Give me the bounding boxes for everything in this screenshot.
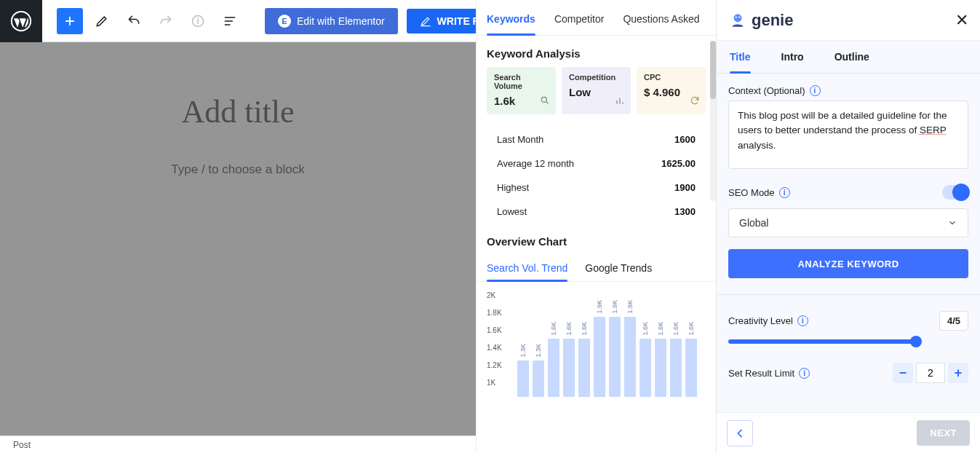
chart-container: 2K1.8K1.6K1.4K1.2K1K1.3K1.3K1.6K1.6K1.6K… [477,282,716,397]
stat-row: Average 12 month1625.00 [497,151,696,176]
context-label-row: Context (Optional) i [728,85,968,96]
info-icon[interactable]: i [810,85,821,96]
close-icon[interactable]: ✕ [955,11,968,30]
decrement-button[interactable]: − [893,363,913,383]
refresh-icon [690,95,700,109]
tab-competitor[interactable]: Competitor [554,13,604,35]
tab-search-vol-trend[interactable]: Search Vol. Trend [487,262,567,281]
metric-competition: Competition Low [562,67,631,114]
stat-row: Highest1900 [497,176,696,200]
status-breadcrumb: Post [13,440,31,450]
scrollbar[interactable] [710,41,716,201]
region-value: Global [739,217,768,229]
analyze-keyword-button[interactable]: ANALYZE KEYWORD [728,249,968,278]
context-textarea[interactable]: This blog post will be a detailed guidel… [728,101,968,169]
keyword-panel: Keywords Competitor Questions Asked Keyw… [476,0,716,453]
context-label: Context (Optional) [728,85,805,96]
overview-tabs: Search Vol. Trend Google Trends [477,255,716,282]
limit-label: Set Result Limit [728,368,794,379]
seo-mode-label: SEO Mode [728,187,775,198]
editor-canvas-overlay: Add title Type / to choose a block [0,42,476,453]
metric-cp-label: Competition [569,73,624,82]
next-button[interactable]: NEXT [917,420,970,446]
status-bar: Post [0,436,476,453]
info-icon[interactable]: i [799,368,810,379]
creativity-label: Creativity Level [728,315,793,326]
svg-point-5 [738,16,740,17]
tab-outline[interactable]: Outline [834,51,869,73]
genie-tabs: Title Intro Outline [717,41,980,74]
result-limit-stepper: − 2 + [893,363,968,383]
genie-panel: genie ✕ Title Intro Outline Context (Opt… [716,0,980,453]
svg-point-2 [541,97,546,102]
stat-row: Last Month1600 [497,127,696,151]
chevron-left-icon [734,428,746,439]
svg-point-3 [734,14,742,22]
bar-chart-icon [615,95,625,109]
redo-icon[interactable] [153,8,179,34]
title-input-placeholder[interactable]: Add title [181,93,294,130]
genie-footer: NEXT [717,412,980,453]
seo-mode-toggle[interactable] [942,185,968,200]
block-slash-hint[interactable]: Type / to choose a block [171,162,304,177]
metric-sv-label: Search Volume [494,73,549,90]
tab-questions[interactable]: Questions Asked [623,13,699,35]
svg-point-4 [736,16,737,17]
divider [717,294,980,295]
info-icon[interactable]: i [797,315,808,326]
keyword-analysis-heading: Keyword Analysis [477,36,716,67]
genie-body: Context (Optional) i This blog post will… [717,74,980,395]
tab-intro[interactable]: Intro [781,51,804,73]
stat-list: Last Month1600 Average 12 month1625.00 H… [477,114,716,224]
search-icon [540,95,550,109]
overview-chart-heading: Overview Chart [477,224,716,255]
edit-with-elementor-button[interactable]: E Edit with Elementor [265,8,398,34]
creativity-slider[interactable] [728,339,917,344]
limit-value[interactable]: 2 [916,363,945,383]
tools-pencil-icon[interactable] [89,8,115,34]
chevron-down-icon [947,218,957,228]
elementor-label: Edit with Elementor [297,15,385,27]
wordpress-logo[interactable] [0,0,42,42]
list-view-icon[interactable] [217,8,243,34]
tab-keywords[interactable]: Keywords [487,13,535,35]
result-limit-row: Set Result Limit i − 2 + [728,363,968,383]
region-select[interactable]: Global [728,208,968,237]
genie-header: genie ✕ [717,0,980,41]
tab-google-trends[interactable]: Google Trends [585,262,652,281]
genie-icon [728,11,747,30]
metrics-row: Search Volume 1.6k Competition Low CPC $… [477,67,716,114]
seo-mode-row: SEO Mode i [728,185,968,200]
back-button[interactable] [727,420,753,446]
info-icon[interactable] [185,8,211,34]
info-icon[interactable]: i [779,187,790,198]
metric-cpc-label: CPC [644,73,698,82]
tab-title[interactable]: Title [730,51,751,73]
stat-row: Lowest1300 [497,200,696,224]
pen-icon [420,15,431,27]
add-block-button[interactable] [57,8,83,34]
increment-button[interactable]: + [948,363,968,383]
creativity-row: Creativity Level i 4/5 [728,311,968,331]
elementor-icon: E [278,15,291,28]
undo-icon[interactable] [121,8,147,34]
keyword-tabs: Keywords Competitor Questions Asked [477,0,716,36]
metric-cpc: CPC $ 4.960 [637,67,706,114]
creativity-value: 4/5 [939,311,968,331]
metric-search-volume: Search Volume 1.6k [487,67,556,114]
genie-logo: genie [728,11,793,30]
